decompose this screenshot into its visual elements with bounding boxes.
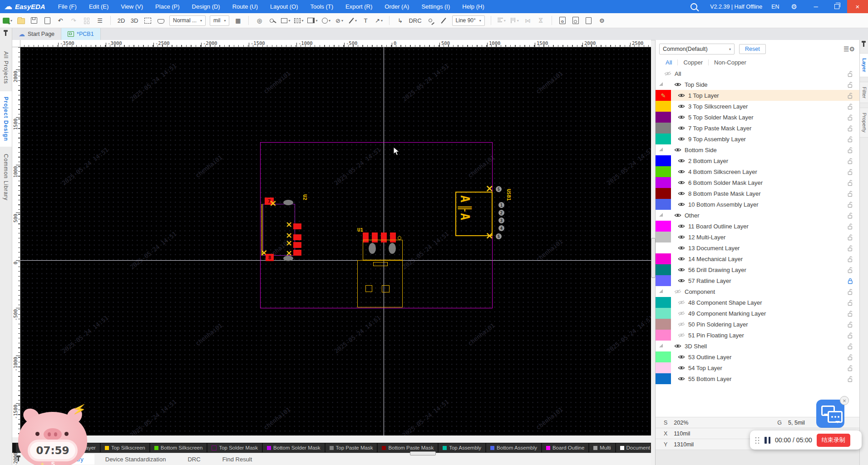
layer-visibility-eye-icon[interactable] — [676, 93, 687, 98]
layer-row-55-bottom-layer[interactable]: 55 Bottom Layer — [656, 373, 859, 384]
docker-item-drc[interactable]: DRC — [177, 454, 211, 465]
layer-visibility-eye-icon[interactable] — [676, 136, 687, 142]
layer-row-49-component-marking-layer[interactable]: 49 Component Marking Layer — [656, 308, 859, 319]
layer-color-chip[interactable] — [656, 112, 671, 123]
usb1-pin4[interactable]: 4 — [498, 225, 504, 231]
layer-lock-icon[interactable] — [848, 125, 853, 132]
tab-pcb1[interactable]: *PCB1 — [61, 28, 101, 40]
layer-lock-icon[interactable] — [848, 234, 853, 241]
panel-tab-filter[interactable]: Filter — [860, 82, 868, 104]
distribute-button[interactable]: ▾ — [510, 15, 519, 26]
strip-layer-board-outline[interactable]: Board Outline — [542, 443, 588, 452]
menu-file[interactable]: File (F) — [58, 3, 77, 10]
strip-layer-document[interactable]: Document — [616, 443, 651, 452]
layer-group-top-side[interactable]: Top Side — [656, 79, 859, 90]
layer-visibility-eye-icon[interactable] — [676, 223, 687, 229]
layer-lock-icon[interactable] — [848, 201, 853, 208]
layer-row-54-top-layer[interactable]: 54 Top Layer — [656, 362, 859, 373]
layer-lock-icon[interactable] — [848, 190, 853, 197]
usb1-pin5-top[interactable]: 5 — [496, 186, 502, 192]
filter-tab-non-copper[interactable]: Non-Copper — [709, 59, 752, 66]
layer-row-9-top-assembly-layer[interactable]: 9 Top Assembly Layer — [656, 134, 859, 144]
layer-visibility-eye-icon[interactable] — [672, 343, 684, 349]
layer-color-chip[interactable] — [656, 373, 671, 384]
pad-u2-8[interactable]: 8 — [266, 254, 274, 261]
via-button[interactable] — [426, 15, 435, 26]
panel-tab-layer[interactable]: Layer — [860, 53, 868, 77]
redo-button[interactable]: ↷ — [69, 15, 78, 26]
layer-lock-icon[interactable] — [848, 267, 853, 273]
save-button[interactable] — [30, 15, 39, 26]
measure-button[interactable] — [439, 15, 448, 26]
layer-visibility-eye-icon[interactable] — [676, 256, 687, 262]
strip-layer-top-silkscreen[interactable]: Top Silkscreen — [101, 443, 149, 452]
usb1-pin5-bottom[interactable]: 5 — [496, 233, 502, 239]
layer-row-7-top-paste-mask-layer[interactable]: 7 Top Paste Mask Layer — [656, 123, 859, 134]
layer-visibility-eye-icon[interactable] — [676, 365, 687, 371]
pause-recording-button[interactable] — [764, 437, 770, 444]
layer-lock-icon[interactable] — [848, 256, 853, 262]
layer-row-57-ratline-layer[interactable]: 57 Ratline Layer — [656, 275, 859, 286]
layer-visibility-eye-icon[interactable] — [676, 180, 687, 185]
language-button[interactable]: EN — [771, 4, 779, 10]
layer-lock-icon[interactable] — [848, 212, 853, 219]
menu-edit[interactable]: Edit (E) — [89, 3, 108, 10]
layer-row-1-top-layer[interactable]: ✎1 Top Layer — [656, 90, 859, 101]
layer-color-chip[interactable] — [656, 242, 671, 253]
layer-lock-icon[interactable] — [848, 310, 853, 317]
gerber-export-button[interactable]: G — [558, 15, 567, 26]
layer-visibility-eye-icon[interactable] — [676, 278, 687, 283]
layer-row-53-outline-layer[interactable]: 53 Outline Layer — [656, 351, 859, 362]
drc-button[interactable]: DRC — [409, 15, 421, 26]
toolbar-settings-button[interactable]: ⚙ — [597, 15, 607, 26]
layer-color-chip[interactable] — [656, 221, 671, 232]
search-component-button[interactable]: ☰ — [95, 15, 104, 26]
menu-help[interactable]: Help (H) — [462, 3, 484, 10]
layer-lock-icon[interactable] — [848, 343, 853, 350]
layer-visibility-eye-icon[interactable] — [676, 114, 687, 120]
maximize-button[interactable] — [826, 0, 847, 13]
layer-color-chip[interactable] — [656, 232, 671, 242]
layer-row-48-component-shape-layer[interactable]: 48 Component Shape Layer — [656, 297, 859, 308]
probe-button[interactable] — [268, 15, 277, 26]
sidebar-pin-icon[interactable] — [5, 32, 6, 36]
layer-preset-dropdown[interactable]: Common(Default) ▾ — [659, 44, 735, 54]
vertical-scrollbar-thumb[interactable] — [651, 238, 656, 278]
pad-button[interactable]: ▾ — [281, 15, 290, 26]
docker-item-find-result[interactable]: Find Result — [212, 454, 263, 465]
layer-row-10-bottom-assembly-layer[interactable]: 10 Bottom Assembly Layer — [656, 199, 859, 210]
layer-lock-icon[interactable] — [848, 158, 853, 164]
layer-row-56-drill-drawing-layer[interactable]: 56 Drill Drawing Layer — [656, 264, 859, 275]
layer-row-6-bottom-solder-mask-layer[interactable]: 6 Bottom Solder Mask Layer — [656, 177, 859, 188]
menu-settings[interactable]: Settings (I) — [421, 3, 450, 10]
layer-manager-icon[interactable]: ☰⚙ — [843, 45, 855, 53]
line-mode-dropdown[interactable]: Line 90°▾ — [452, 15, 485, 26]
layer-lock-icon[interactable] — [848, 103, 853, 110]
layer-color-chip[interactable] — [656, 264, 671, 275]
layer-color-chip[interactable] — [656, 199, 671, 210]
strip-layer-bottom-solder-mask[interactable]: Bottom Solder Mask — [263, 443, 325, 452]
layer-lock-icon[interactable] — [848, 81, 853, 88]
layer-color-chip[interactable] — [656, 308, 671, 319]
layer-lock-icon[interactable] — [848, 354, 853, 361]
layer-group-all[interactable]: All — [656, 68, 859, 79]
window-layout-button[interactable] — [82, 15, 91, 26]
layer-row-5-top-solder-mask-layer[interactable]: 5 Top Solder Mask Layer — [656, 112, 859, 123]
stop-recording-button[interactable]: 结束录制 — [817, 434, 850, 447]
text-button[interactable]: T — [361, 15, 370, 26]
strip-layer-top-assembly[interactable]: Top Assembly — [439, 443, 485, 452]
route-button[interactable]: ↳ — [395, 15, 404, 26]
track-button[interactable]: ▾ — [348, 15, 357, 26]
u2-designator[interactable]: U2 — [302, 194, 308, 200]
layer-visibility-eye-icon[interactable] — [662, 71, 674, 76]
layer-row-12-multi-layer[interactable]: 12 Multi-Layer — [656, 232, 859, 242]
layer-visibility-eye-icon[interactable] — [676, 125, 687, 131]
layer-lock-icon[interactable] — [848, 332, 853, 339]
layer-color-chip[interactable] — [656, 253, 671, 264]
select-region-button[interactable] — [143, 15, 152, 26]
layer-color-chip[interactable] — [656, 101, 671, 112]
keepout-button[interactable]: ⊘▾ — [335, 15, 344, 26]
usb1-pin3[interactable]: 3 — [498, 218, 504, 223]
flip-vertical-button[interactable]: ⋈ — [536, 16, 547, 25]
usb1-pin2[interactable]: 2 — [498, 210, 504, 216]
